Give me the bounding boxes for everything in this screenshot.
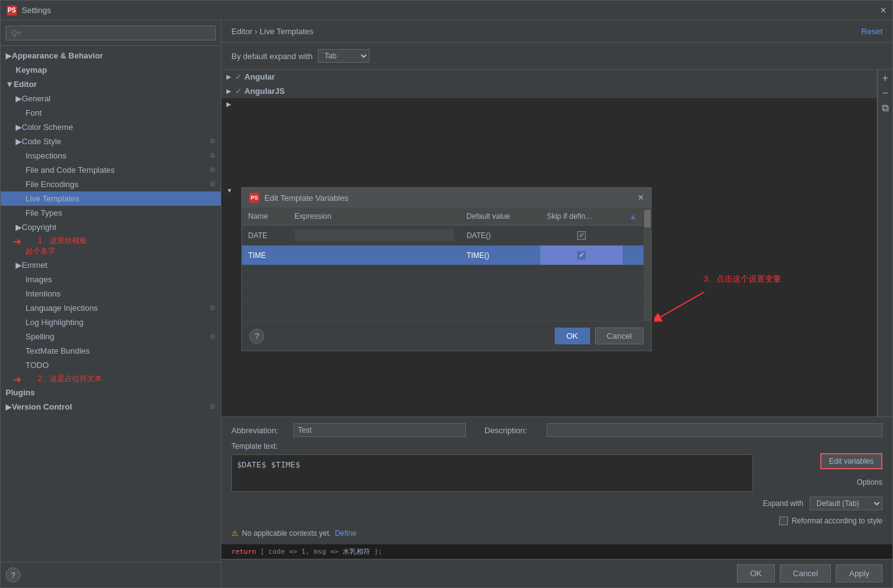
code-content: [ code => 1, msg => — [260, 548, 342, 556]
abbreviation-row: Abbreviation: Description: — [231, 423, 882, 437]
row-name-time: TIME — [242, 246, 289, 265]
sidebar-item-language-injections[interactable]: Language Injections ⚙ — [1, 301, 221, 315]
modal-ok-button[interactable]: OK — [555, 328, 590, 344]
add-button[interactable]: + — [882, 72, 888, 85]
close-button[interactable]: × — [881, 5, 886, 16]
sidebar-label-plugins: Plugins — [6, 388, 216, 397]
sidebar-label-spelling: Spelling — [25, 332, 210, 341]
row-name-date: DATE — [242, 226, 289, 246]
sidebar-item-general[interactable]: ▶ General — [1, 91, 221, 106]
sidebar-item-appearance[interactable]: ▶ Appearance & Behavior — [1, 48, 221, 63]
sidebar-item-copyright[interactable]: ▶ Copyright — [1, 220, 221, 234]
expand-with-dropdown[interactable]: Default (Tab) Tab Enter — [810, 497, 882, 510]
row-skip-date[interactable] — [540, 226, 622, 246]
sidebar-item-code-style[interactable]: ▶ Code Style ⚙ — [1, 134, 221, 149]
reformat-checkbox[interactable] — [779, 517, 788, 525]
remove-button[interactable]: − — [882, 87, 888, 99]
warning-icon: ⚠ — [231, 529, 238, 538]
template-group-5[interactable] — [221, 122, 877, 135]
template-text-editor[interactable]: $DATE$ $TIME$ — [231, 454, 753, 492]
modal-table-wrapper: Name Expression Default value Skip if de… — [242, 208, 651, 321]
sidebar-item-intentions[interactable]: Intentions — [1, 287, 221, 301]
skip-checkbox-time[interactable] — [577, 251, 586, 260]
abbreviation-input[interactable] — [294, 423, 466, 437]
description-input[interactable] — [547, 423, 882, 437]
define-link[interactable]: Define — [335, 529, 356, 538]
template-text-section: Template text: $DATE$ $TIME$ Edit variab… — [231, 442, 882, 525]
reset-button[interactable]: Reset — [861, 27, 882, 36]
sidebar-item-textmate-bundles[interactable]: TextMate Bundles — [1, 344, 221, 358]
sidebar-item-inspections[interactable]: Inspections ⚙ — [1, 149, 221, 163]
ok-button[interactable]: OK — [737, 564, 775, 582]
sidebar-label-textmate-bundles: TextMate Bundles — [25, 346, 216, 356]
detail-area: Abbreviation: Description: Template text… — [221, 416, 892, 544]
template-group-3[interactable]: ▶ — [221, 98, 877, 110]
modal-cancel-button[interactable]: Cancel — [595, 328, 644, 344]
modal-app-icon: PS — [249, 193, 259, 203]
sidebar-label-images: Images — [25, 275, 216, 284]
sidebar-item-version-control[interactable]: ▶ Version Control ⚙ — [1, 400, 221, 414]
col-skip: Skip if defin... — [540, 208, 622, 226]
search-input[interactable] — [6, 25, 216, 40]
sidebar-item-spelling[interactable]: Spelling ⚙ — [1, 329, 221, 344]
template-group-8[interactable] — [221, 160, 877, 172]
cancel-button[interactable]: Cancel — [780, 564, 831, 582]
sidebar-label-log-highlighting: Log Highlighting — [25, 318, 216, 327]
window-title: Settings — [22, 6, 881, 15]
table-row[interactable]: DATE DATE() — [242, 226, 644, 246]
sidebar-label-editor: Editor — [14, 80, 216, 89]
sidebar-item-color-scheme[interactable]: ▶ Color Scheme — [1, 120, 221, 134]
template-group-6[interactable] — [221, 135, 877, 147]
options-label: Options — [857, 478, 882, 487]
modal-close-button[interactable]: × — [638, 192, 644, 203]
sidebar-item-keymap[interactable]: Keymap — [1, 63, 221, 77]
template-text-area-wrapper: Template text: $DATE$ $TIME$ — [231, 442, 753, 495]
row-expression-time[interactable] — [289, 246, 461, 265]
apply-button[interactable]: Apply — [836, 564, 882, 582]
row-default-time: TIME() — [460, 246, 540, 265]
row-expression-date[interactable] — [289, 226, 461, 246]
warning-text: No applicable contexts yet. — [242, 529, 331, 538]
modal-title: Edit Template Variables — [264, 193, 348, 203]
template-group-7[interactable] — [221, 147, 877, 160]
sidebar-label-general: General — [22, 94, 216, 103]
sidebar-label-file-types: File Types — [25, 208, 216, 218]
sidebar-label-todo: TODO — [25, 361, 216, 370]
template-group-9[interactable] — [221, 172, 877, 185]
sidebar-item-todo[interactable]: TODO — [1, 358, 221, 372]
template-group-angular[interactable]: ▶ ✓ Angular — [221, 70, 877, 84]
sidebar-item-live-templates[interactable]: Live Templates — [1, 191, 221, 206]
expand-dropdown[interactable]: Tab Enter Space — [318, 49, 369, 63]
breadcrumb-sep: › — [252, 27, 260, 36]
modal-scrollbar[interactable] — [644, 208, 651, 321]
row-skip-time[interactable] — [540, 246, 622, 265]
gear-icon: ⚙ — [210, 166, 216, 174]
up-arrow-icon[interactable]: ▲ — [629, 211, 637, 221]
sidebar-item-file-code-templates[interactable]: File and Code Templates ⚙ — [1, 163, 221, 177]
sidebar-item-editor[interactable]: ▼ Editor — [1, 77, 221, 91]
sidebar-item-file-types[interactable]: File Types — [1, 206, 221, 220]
template-text-label: Template text: — [231, 442, 753, 451]
sidebar-item-images[interactable]: Images — [1, 272, 221, 287]
skip-checkbox-date[interactable] — [577, 231, 586, 240]
expand-row: By default expand with Tab Enter Space — [221, 43, 892, 70]
sidebar-item-file-encodings[interactable]: File Encodings ⚙ — [1, 177, 221, 191]
table-row-empty — [242, 303, 644, 321]
sidebar-item-log-highlighting[interactable]: Log Highlighting — [1, 315, 221, 329]
sidebar-label-version-control: Version Control — [12, 402, 210, 411]
table-row-empty — [242, 284, 644, 303]
copy-button[interactable]: ⧉ — [882, 102, 889, 114]
sidebar-item-emmet[interactable]: ▶ Emmet — [1, 258, 221, 272]
arrow-icon: ▶ — [226, 73, 231, 80]
table-row[interactable]: TIME TIME() — [242, 246, 644, 265]
template-group-angularjs[interactable]: ▶ ✓ AngularJS — [221, 84, 877, 98]
templates-sidebar-right: + − ⧉ — [877, 70, 892, 416]
sidebar-help-button[interactable]: ? — [6, 567, 21, 582]
sidebar-item-plugins[interactable]: Plugins — [1, 385, 221, 400]
breadcrumb-editor: Editor — [231, 27, 252, 36]
arrow-icon: ▶ — [6, 402, 12, 411]
template-group-4[interactable] — [221, 110, 877, 122]
modal-help-button[interactable]: ? — [249, 329, 264, 344]
sidebar-item-font[interactable]: Font — [1, 106, 221, 120]
edit-variables-button[interactable]: Edit variables — [820, 453, 882, 469]
